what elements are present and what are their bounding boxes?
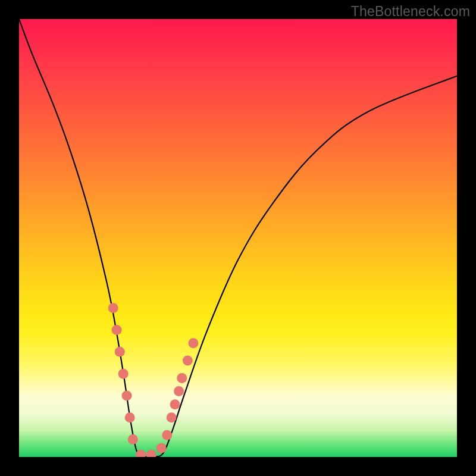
highlight-point: [115, 347, 125, 357]
chart-svg: [19, 19, 457, 457]
highlight-point: [170, 399, 180, 409]
highlight-point: [156, 443, 167, 453]
highlight-point: [122, 390, 132, 400]
highlight-point: [128, 434, 138, 444]
highlight-point: [188, 338, 198, 348]
bottleneck-curve-path: [19, 19, 457, 457]
plot-area: [19, 19, 457, 457]
highlight-point: [162, 430, 172, 440]
highlight-point: [108, 303, 118, 313]
highlight-point: [118, 369, 129, 379]
highlight-point: [174, 386, 184, 396]
highlight-point: [167, 412, 177, 422]
highlight-point: [125, 412, 135, 422]
highlight-point: [183, 356, 193, 366]
highlight-point: [112, 325, 122, 335]
highlight-markers: [108, 303, 199, 457]
highlight-point: [146, 450, 156, 457]
chart-container: TheBottleneck.com: [0, 0, 476, 476]
highlight-point: [177, 373, 187, 383]
watermark-label: TheBottleneck.com: [351, 4, 470, 20]
